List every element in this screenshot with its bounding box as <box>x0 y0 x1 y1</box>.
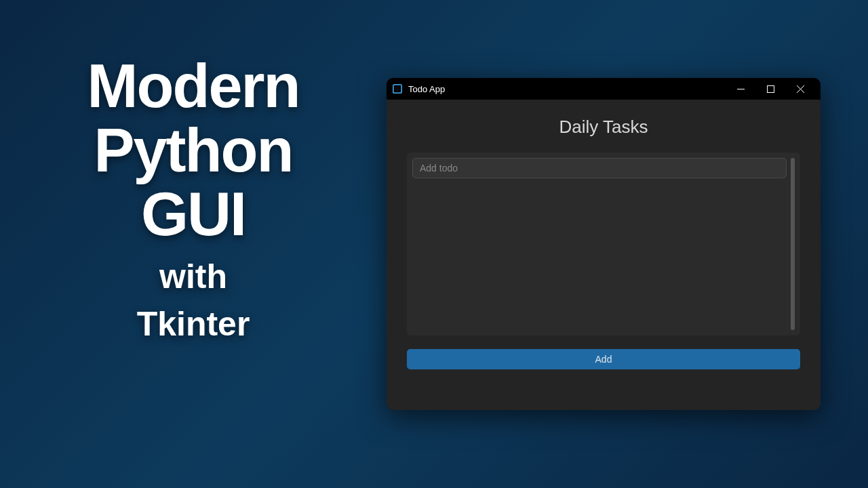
todo-panel <box>407 152 800 336</box>
window-title: Todo App <box>408 84 726 94</box>
svg-rect-3 <box>767 85 774 92</box>
headline-line-1: Modern <box>51 54 336 119</box>
scrollbar[interactable] <box>791 158 795 330</box>
svg-rect-1 <box>395 87 400 92</box>
headline-line-5: Tkinter <box>51 306 336 342</box>
add-button[interactable]: Add <box>407 349 800 369</box>
window-titlebar[interactable]: Todo App <box>387 78 821 100</box>
close-button[interactable] <box>785 78 815 100</box>
page-heading: Daily Tasks <box>559 117 648 138</box>
todo-input[interactable] <box>412 158 787 178</box>
window-controls <box>726 78 815 100</box>
thumbnail-headline: Modern Python GUI with Tkinter <box>51 54 336 342</box>
headline-line-3: GUI <box>51 182 336 247</box>
minimize-button[interactable] <box>726 78 755 100</box>
headline-line-4: with <box>51 259 336 295</box>
todo-content-area <box>412 158 787 330</box>
app-icon <box>392 83 403 94</box>
headline-line-2: Python <box>51 119 336 183</box>
app-body: Daily Tasks Add <box>387 100 821 410</box>
app-window: Todo App Daily Tasks Ad <box>387 78 821 410</box>
maximize-button[interactable] <box>755 78 785 100</box>
